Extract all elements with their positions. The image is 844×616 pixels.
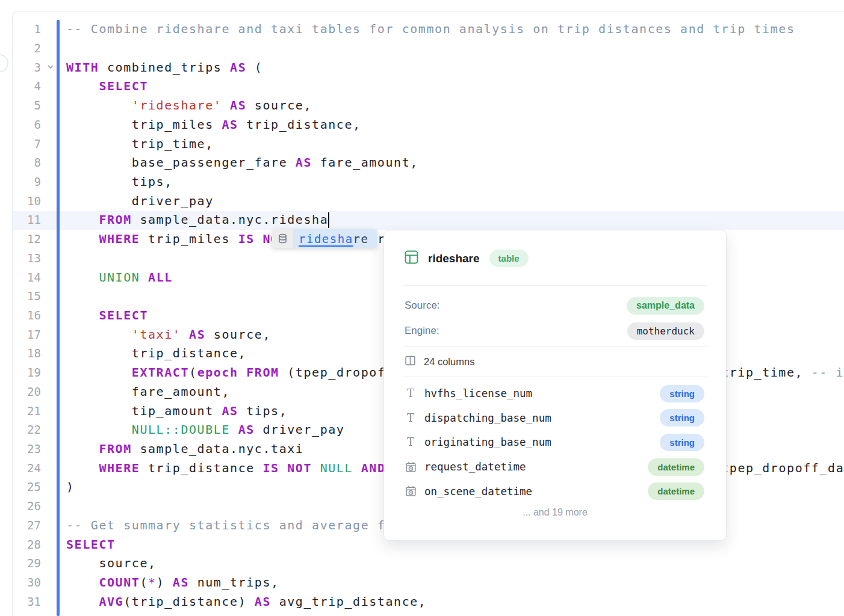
code-line: FROM sample_data.nyc.ridesha <box>0 211 328 230</box>
code-line: 'rideshare' AS source, <box>0 96 312 116</box>
code-line: tip_amount AS tips, <box>0 402 287 421</box>
code-line: NULL::DOUBLE AS driver_pay <box>0 420 344 440</box>
code-line: AVG(trip_distance) AS avg_trip_distance, <box>0 593 426 612</box>
column-type-pill: string <box>660 385 704 402</box>
datetime-column-icon <box>405 461 417 473</box>
code-line: source, <box>0 554 157 573</box>
code-line: SELECT <box>0 535 116 555</box>
code-line: WITH combined_trips AS ( <box>0 58 262 78</box>
more-columns-label: ... and 19 more <box>384 507 726 518</box>
info-value-pill: sample_data <box>627 297 704 315</box>
code-line: COUNT(*) AS num_trips, <box>0 573 279 593</box>
code-line: trip_distance, <box>0 344 246 363</box>
code-line <box>0 497 66 516</box>
column-row: on_scene_datetimedatetime <box>405 479 704 504</box>
popup-column-list: Thvfhs_license_numstringTdispatching_bas… <box>384 377 726 504</box>
code-line: base_passenger_fare AS fare_amount, <box>0 153 418 173</box>
popup-info-row: Source:sample_data <box>405 293 704 318</box>
info-value-pill: motherduck <box>627 322 704 340</box>
column-row: request_datetimedatetime <box>405 455 704 479</box>
code-line: trip_miles AS trip_distance, <box>0 116 361 135</box>
popup-table-name: rideshare <box>428 252 480 265</box>
info-label: Engine: <box>405 325 439 337</box>
sql-editor-page: 1234567891011121314151617181920212223242… <box>0 0 844 616</box>
code-line: ) <box>0 478 75 497</box>
code-line <box>0 287 66 306</box>
code-line: SELECT <box>0 306 148 325</box>
column-row: Tdispatching_base_numstring <box>405 406 704 431</box>
code-line: AVG(trip_time) AS avg_trip_time, <box>0 612 361 616</box>
table-info-popup: rideshare table Source:sample_dataEngine… <box>383 230 727 541</box>
code-line: tips, <box>0 173 173 192</box>
code-line: trip_time, <box>0 135 214 154</box>
column-name: on_scene_datetime <box>424 485 648 497</box>
autocomplete-match-text: ridesha <box>299 232 353 245</box>
popup-info-rows: Source:sample_dataEngine:motherduck <box>384 286 726 346</box>
column-name: dispatching_base_num <box>424 412 660 424</box>
column-type-pill: string <box>660 434 704 451</box>
columns-count-row: 24 columns <box>384 347 726 377</box>
code-line: fare_amount, <box>0 383 230 402</box>
autocomplete-item-rideshare[interactable]: rideshare <box>293 229 377 248</box>
columns-icon <box>405 355 416 369</box>
code-line: FROM sample_data.nyc.taxi <box>0 440 303 459</box>
popup-header: rideshare table <box>384 230 726 273</box>
database-icon <box>272 229 293 248</box>
code-line: UNION ALL <box>0 268 173 288</box>
column-type-pill: string <box>660 409 704 427</box>
column-name: request_datetime <box>424 461 648 473</box>
column-type-pill: datetime <box>648 482 704 500</box>
code-line <box>0 39 66 58</box>
table-icon <box>405 250 418 266</box>
column-name: originating_base_num <box>424 436 660 448</box>
code-line <box>0 249 66 268</box>
text-column-icon: T <box>405 413 417 424</box>
column-row: Toriginating_base_numstring <box>405 430 704 455</box>
table-type-badge: table <box>489 250 529 267</box>
text-cursor <box>328 212 329 228</box>
text-column-icon: T <box>405 437 417 448</box>
autocomplete-rest-text: re <box>353 232 369 245</box>
column-type-pill: datetime <box>648 458 704 476</box>
info-label: Source: <box>405 300 440 312</box>
datetime-column-icon <box>405 485 417 497</box>
text-column-icon: T <box>405 388 417 399</box>
columns-count-label: 24 columns <box>424 356 474 368</box>
column-row: Thvfhs_license_numstring <box>405 381 704 406</box>
code-line: SELECT <box>0 77 148 96</box>
code-line: -- Combine rideshare and taxi tables for… <box>0 20 795 39</box>
popup-info-row: Engine:motherduck <box>405 318 704 343</box>
autocomplete-dropdown: rideshare <box>272 229 377 248</box>
code-line: driver_pay <box>0 192 214 211</box>
code-line: 'taxi' AS source, <box>0 325 271 345</box>
column-name: hvfhs_license_num <box>424 387 660 399</box>
